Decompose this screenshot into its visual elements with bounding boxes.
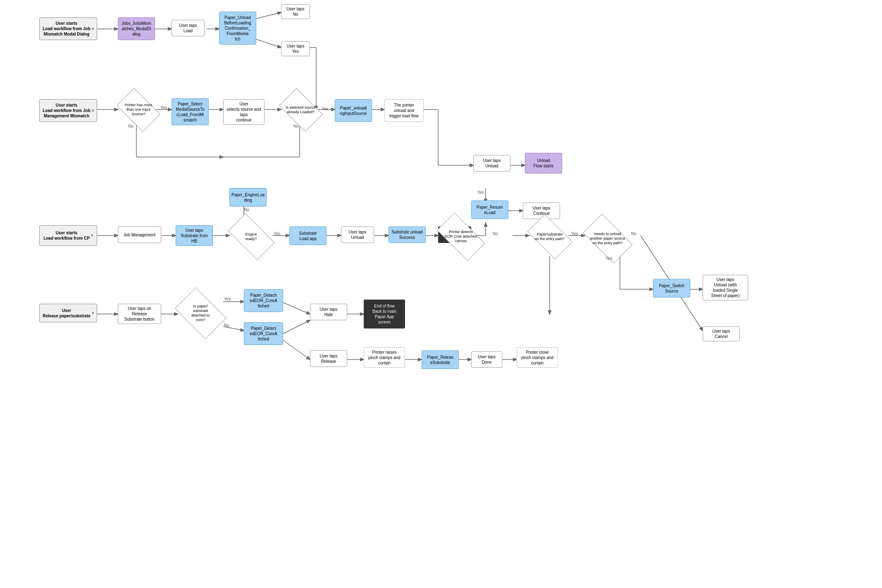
needs-unload-diamond: Needs to unloadanother paper sourceon th…: [585, 223, 630, 254]
paper-switch-source-node: Paper_Switch Source: [653, 279, 690, 298]
user-taps-unload-single-node: User taps Unload (with loaded Single She…: [703, 275, 748, 300]
paper-substrate-diamond: PaperSubstrateon the entry path?: [529, 223, 570, 250]
paper-detect-core-node: Paper_Detect edEOR_CoreA ttched: [244, 322, 283, 345]
chevron-right-icon-3: ›: [91, 232, 93, 239]
user-taps-release-button-node: User taps on Release Substrate button: [118, 304, 161, 324]
start-node-1: User starts Load workflow from Job Misma…: [39, 17, 97, 40]
user-taps-no-node: User taps No: [281, 4, 310, 19]
paper-engine-loading-node: Paper_EngineLoa ding: [229, 188, 267, 207]
printer-detects-diamond: Printer detectsEOR Core attachedcanvas: [438, 223, 484, 250]
flowchart-canvas: User starts Load workflow from Job Misma…: [0, 0, 882, 588]
yes-label-paper-sub: Yes: [571, 231, 578, 236]
user-taps-cancel-node: User taps Cancel: [703, 326, 740, 341]
unload-flow-node: Unload Flow starts: [525, 153, 562, 174]
chevron-right-icon-2: ›: [92, 107, 94, 114]
substrate-load-app-node: Substrate Load app: [289, 226, 327, 245]
yes-label-printer: Yes: [160, 105, 167, 110]
user-release-node: User Release paper/substrate ›: [39, 304, 97, 322]
printer-diamond-node: Printer has morethan one InputSource?: [118, 94, 159, 125]
paper-resum-node: Paper_Resum eLoad: [471, 200, 508, 219]
user-selects-node: User selects source and taps continue: [223, 99, 265, 125]
jobs-modal-node: Jobs_JobsMism atches_ModalDi alog: [118, 17, 155, 40]
user-taps-load-node: User taps Load: [172, 20, 205, 36]
svg-line-3: [256, 12, 281, 19]
user-taps-unload-top-node: User taps Unload: [473, 155, 510, 171]
paper-detached-core-node: Paper_Detach edEOR_CoreA ttched: [244, 289, 283, 312]
printer-unload-trigger-node: The printer unload and trigger load flow: [384, 99, 424, 122]
start-node-2: User starts Load workflow from Job Manag…: [39, 99, 97, 122]
yes-label-needs: Yes: [605, 256, 612, 261]
substrate-from-hb-node: User taps Substrate from HB: [176, 225, 213, 246]
printer-close-node: Printer close pinch clamps and curtain: [517, 347, 558, 368]
no-label-printer: No: [128, 124, 133, 129]
chevron-right-icon: ›: [92, 26, 94, 32]
user-taps-hide-node: User taps Hide: [310, 304, 347, 320]
user-taps-unload-mid-node: User taps Unload: [341, 226, 374, 243]
paper-unload-before-node: Paper_Unload BeforeLoading Confirmation_…: [219, 12, 256, 45]
no-label-engine: No: [244, 207, 249, 212]
yes-label-paper-att: Yes: [224, 297, 231, 301]
no-label-loaded: No: [293, 124, 299, 129]
no-label-paper-sub: No: [493, 231, 498, 236]
arrows-layer: [0, 0, 882, 588]
is-paper-attached-diamond: Is paper/substrateattached tocore?: [178, 297, 223, 330]
yes-label-loaded: Yes: [322, 107, 328, 111]
yes-label-engine: Yes: [274, 231, 280, 236]
job-management-node: Job Management: [118, 226, 161, 243]
chevron-right-icon-4: ›: [92, 310, 94, 317]
svg-line-44: [281, 302, 310, 314]
user-taps-continue-node: User taps Continue: [523, 202, 560, 219]
paper-releas-substrate-node: Paper_Releas eSubstrate: [422, 350, 459, 369]
printer-raises-node: Printer raises pinch clamps and curtain: [364, 347, 405, 368]
engine-ready-diamond: Engineready?: [229, 223, 273, 250]
paper-unloading-node: Paper_unloadi ngInputSource: [335, 99, 372, 122]
start-node-3: User starts Load workflow from CP ›: [39, 225, 97, 246]
is-loaded-diamond: Is selected sourcealready Loaded?: [281, 94, 320, 125]
no-label-needs: No: [631, 231, 636, 236]
substrate-unload-success-node: Substrate unload Success: [389, 226, 426, 243]
no-label-paper-att: No: [224, 323, 229, 328]
svg-line-47: [281, 339, 310, 359]
svg-line-45: [281, 320, 310, 335]
svg-line-4: [256, 39, 281, 48]
yes-label-resum: Yes: [477, 190, 484, 195]
user-taps-release-node: User taps Release: [310, 350, 347, 367]
user-taps-yes-node: User taps Yes: [281, 41, 310, 56]
paper-select-node: Paper_Select MediaSourceTo cLoad_FromMi …: [172, 98, 209, 125]
end-of-flow-back-node: End of flow Back to main Paper App scree…: [364, 300, 405, 329]
user-taps-done-node: User taps Done: [471, 351, 502, 368]
